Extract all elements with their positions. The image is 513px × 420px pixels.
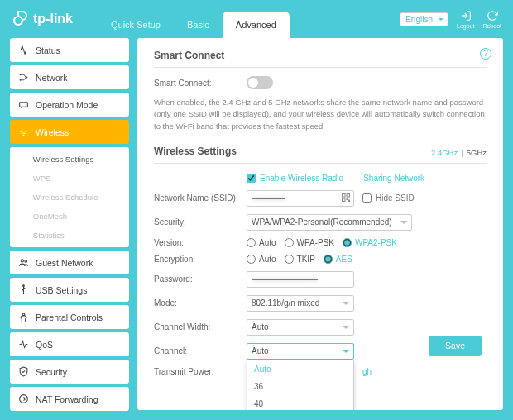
encryption-label: Encryption: [154, 255, 247, 264]
encryption-aes-radio[interactable]: AES [324, 255, 352, 264]
version-auto-radio[interactable]: Auto [247, 238, 276, 247]
svg-point-6 [21, 260, 23, 262]
wireless-submenu: - Wireless Settings - WPS - Wireless Sch… [10, 147, 129, 247]
subnav-onemesh[interactable]: - OneMesh [10, 207, 129, 226]
sidebar-item-status[interactable]: Status [10, 38, 129, 62]
smart-connect-title: Smart Connect [154, 50, 487, 68]
subnav-wireless-settings[interactable]: - Wireless Settings [10, 150, 129, 169]
svg-point-8 [23, 285, 25, 287]
hide-ssid-checkbox[interactable]: Hide SSID [362, 193, 415, 203]
sidebar-item-usb-settings[interactable]: USB Settings [10, 278, 129, 302]
svg-rect-15 [348, 200, 350, 202]
channel-dropdown[interactable]: Auto36404448149153 [247, 360, 354, 410]
svg-rect-13 [343, 198, 346, 202]
ssid-label: Network Name (SSID): [154, 193, 247, 203]
security-label: Security: [154, 217, 247, 227]
ssid-input[interactable] [247, 190, 354, 207]
sidebar-item-parental-controls[interactable]: Parental Controls [10, 305, 129, 329]
brand-logo: tp-link [12, 11, 73, 27]
tab-basic[interactable]: Basic [174, 12, 223, 38]
security-select[interactable]: WPA/WPA2-Personal(Recommended) [247, 214, 412, 231]
svg-point-2 [20, 79, 22, 81]
channel-select[interactable]: Auto [247, 343, 354, 360]
svg-rect-12 [347, 193, 350, 197]
password-input[interactable] [247, 271, 354, 288]
svg-rect-4 [20, 103, 28, 107]
channel-label: Channel: [154, 346, 247, 356]
content-panel: ? Smart Connect Smart Connect: When enab… [137, 38, 503, 410]
transmit-power-label: Transmit Power: [154, 367, 247, 376]
subnav-wireless-schedule[interactable]: - Wireless Schedule [10, 188, 129, 207]
sidebar-item-wireless[interactable]: Wireless [10, 120, 129, 144]
channel-option-auto[interactable]: Auto [247, 360, 353, 378]
svg-point-5 [23, 135, 24, 136]
save-button[interactable]: Save [429, 336, 482, 356]
sidebar: Status Network Operation Mode Wireless -… [10, 38, 129, 410]
tab-advanced[interactable]: Advanced [223, 12, 290, 38]
smart-connect-toggle[interactable] [247, 76, 273, 89]
mode-select[interactable]: 802.11b/g/n mixed [247, 295, 354, 312]
help-icon[interactable]: ? [480, 48, 491, 60]
enable-wireless-radio-checkbox[interactable]: Enable Wireless Radio [247, 174, 343, 183]
version-wpa2-radio[interactable]: WPA2-PSK [343, 238, 397, 247]
sidebar-item-guest-network[interactable]: Guest Network [10, 251, 129, 274]
reboot-button[interactable]: Reboot [482, 10, 501, 29]
svg-rect-14 [347, 198, 348, 200]
mode-label: Mode: [154, 298, 247, 308]
sidebar-item-security[interactable]: Security [10, 360, 129, 384]
sidebar-item-nat-forwarding[interactable]: NAT Forwarding [10, 387, 129, 411]
password-label: Password: [154, 274, 247, 284]
subnav-statistics[interactable]: - Statistics [10, 226, 129, 245]
encryption-tkip-radio[interactable]: TKIP [285, 255, 315, 264]
language-select[interactable]: English [400, 12, 448, 26]
channel-width-select[interactable]: Auto [247, 319, 354, 336]
subnav-wps[interactable]: - WPS [10, 169, 129, 188]
version-wpa-radio[interactable]: WPA-PSK [285, 238, 334, 247]
sidebar-item-operation-mode[interactable]: Operation Mode [10, 93, 129, 117]
svg-point-0 [14, 17, 22, 25]
version-label: Version: [154, 238, 247, 247]
qr-icon[interactable] [341, 193, 351, 204]
smart-connect-label: Smart Connect: [154, 79, 247, 88]
logout-button[interactable]: Logout [457, 10, 474, 29]
smart-connect-description: When enabled, the 2.4 GHz and 5 GHz netw… [154, 97, 487, 132]
svg-point-1 [20, 74, 22, 75]
sidebar-item-qos[interactable]: QoS [10, 332, 129, 356]
wireless-settings-title: Wireless Settings [154, 146, 237, 163]
svg-point-7 [25, 260, 27, 263]
svg-rect-11 [343, 193, 346, 197]
encryption-auto-radio[interactable]: Auto [247, 255, 276, 264]
band-switch[interactable]: 2.4GHz|5GHz [431, 148, 487, 163]
sharing-network-link[interactable]: Sharing Network [363, 174, 424, 183]
svg-point-9 [22, 313, 25, 316]
channel-option-36[interactable]: 36 [247, 378, 353, 395]
sidebar-item-network[interactable]: Network [10, 65, 129, 89]
channel-width-label: Channel Width: [154, 322, 247, 332]
transmit-power-hint: gh [362, 367, 372, 376]
tab-quick-setup[interactable]: Quick Setup [98, 12, 174, 38]
channel-option-40[interactable]: 40 [247, 395, 353, 410]
